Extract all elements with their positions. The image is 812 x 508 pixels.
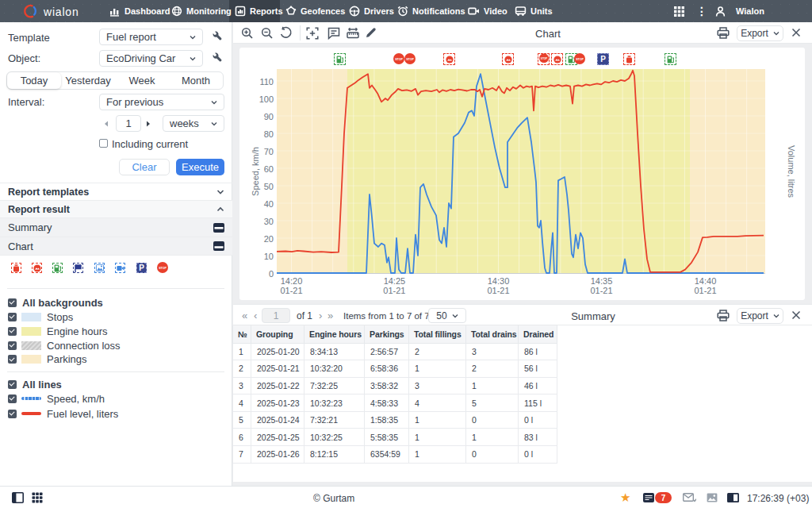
svg-text:STOP: STOP [395,58,403,61]
svg-text:STOP: STOP [159,267,167,270]
svg-text:STOP: STOP [576,58,584,61]
svg-text:STOP: STOP [406,58,414,61]
svg-text:STOP: STOP [540,57,546,60]
